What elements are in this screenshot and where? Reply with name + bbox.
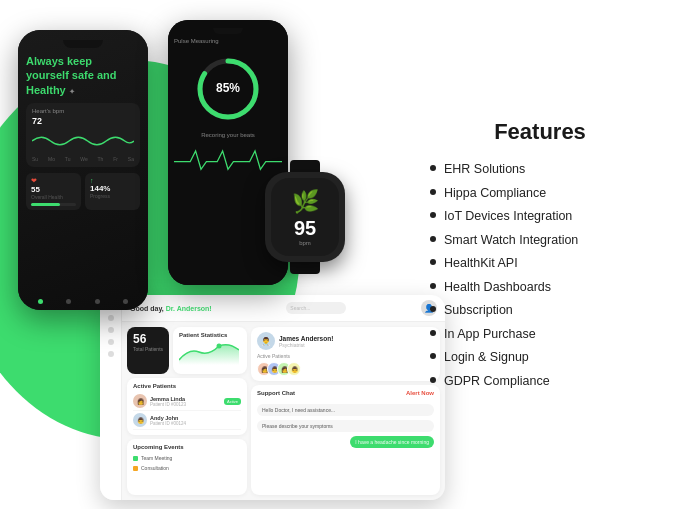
feature-item-3: IoT Devices Integration (430, 208, 650, 226)
wave-chart (32, 129, 134, 153)
phone-center-notch (213, 28, 243, 34)
heart-rate-section: Heart's bpm 72 Su Mo Tu We Th Fr (26, 103, 140, 167)
stats-row: ❤ 55 Overall Health ↑ 144% Progress (26, 173, 140, 210)
feature-item-9: Login & Signup (430, 349, 650, 367)
chat-bubble-1: Hello Doctor, I need assistance... (257, 404, 434, 416)
feature-item-5: HealthKit API (430, 255, 650, 273)
phone-center-topbar: Pulse Measuring (174, 38, 282, 44)
tablet: Good day, Dr. Anderson! Search... 👤 (100, 295, 445, 500)
watch-bpm-unit: bpm (299, 240, 311, 246)
tablet-content: Good day, Dr. Anderson! Search... 👤 (122, 295, 445, 500)
feature-item-6: Health Dashboards (430, 279, 650, 297)
heart-label: Heart's bpm (32, 108, 134, 114)
patient-avatar-2: 👨 (133, 413, 147, 427)
circle-gauge: 85% (193, 54, 263, 124)
feature-item-4: Smart Watch Integration (430, 232, 650, 250)
active-patient-avatars: 👩 👨 👩 👨 (257, 362, 434, 376)
tablet-screen: Good day, Dr. Anderson! Search... 👤 (100, 295, 445, 500)
event-item-2: Consultation (133, 463, 241, 473)
recording-text: Recoring your beats (201, 132, 255, 138)
patient-row-1: 👩 Jemma Linda Patient ID #00123 Active (133, 392, 241, 411)
total-patients-card: 56 Total Patients (127, 327, 169, 374)
chat-bubble-2: Please describe your symptoms (257, 420, 434, 432)
feature-item-2: Hippa Compliance (430, 185, 650, 203)
watch-band-bottom (290, 262, 320, 274)
active-patients-labels: Active Patients (257, 353, 434, 359)
features-title: Features (430, 119, 650, 145)
tablet-body: 56 Total Patients Patient Statistics (122, 322, 445, 500)
svg-text:85%: 85% (216, 81, 240, 95)
svg-point-3 (217, 344, 222, 349)
stat-card-health: ❤ 55 Overall Health (26, 173, 81, 210)
tablet-left-col: 56 Total Patients Patient Statistics (127, 327, 247, 495)
watch-plant-icon: 🌿 (292, 189, 319, 215)
top-stats-row: 56 Total Patients Patient Statistics (127, 327, 247, 374)
stat-card-progress: ↑ 144% Progress (85, 173, 140, 210)
patient-stats-card: Patient Statistics (173, 327, 247, 374)
tablet-sidebar (100, 295, 122, 500)
active-patients-widget: Active Patients 👩 Jemma Linda Patient ID… (127, 378, 247, 435)
phone-main: Always keep yourself safe and Healthy ✦ … (18, 30, 148, 310)
phone-notch (63, 40, 103, 48)
watch-body: 🌿 95 bpm (265, 172, 345, 262)
phone-headline: Always keep yourself safe and Healthy ✦ (26, 54, 140, 97)
tablet-search[interactable]: Search... (286, 302, 346, 314)
doctor-avatar: 👨‍⚕️ (257, 332, 275, 350)
upcoming-events-widget: Upcoming Events Team Meeting Consultatio… (127, 439, 247, 495)
feature-item-10: GDPR Compliance (430, 373, 650, 391)
feature-item-8: In App Purchase (430, 326, 650, 344)
smart-watch: 🌿 95 bpm (260, 160, 350, 265)
patient-avatar-1: 👩 (133, 394, 147, 408)
heart-value: 72 (32, 116, 134, 126)
feature-item-7: Subscription (430, 302, 650, 320)
feature-list: EHR Solutions Hippa Compliance IoT Devic… (430, 161, 650, 390)
tablet-header: Good day, Dr. Anderson! Search... 👤 (122, 295, 445, 322)
devices-section: Always keep yourself safe and Healthy ✦ … (0, 0, 420, 509)
patient-row-2: 👨 Andy John Patient ID #00124 (133, 411, 241, 430)
event-item-1: Team Meeting (133, 453, 241, 463)
watch-screen: 🌿 95 bpm (271, 178, 339, 256)
features-section: Features EHR Solutions Hippa Compliance … (410, 0, 680, 509)
feature-item-1: EHR Solutions (430, 161, 650, 179)
watch-bpm-value: 95 (294, 217, 316, 240)
calendar-grid: Su Mo Tu We Th Fr Sa (32, 156, 134, 162)
bottom-nav (18, 299, 148, 304)
chat-messages: Hello Doctor, I need assistance... Pleas… (257, 402, 434, 448)
watch-band-top (290, 160, 320, 172)
search-placeholder-text: Search... (290, 305, 310, 311)
